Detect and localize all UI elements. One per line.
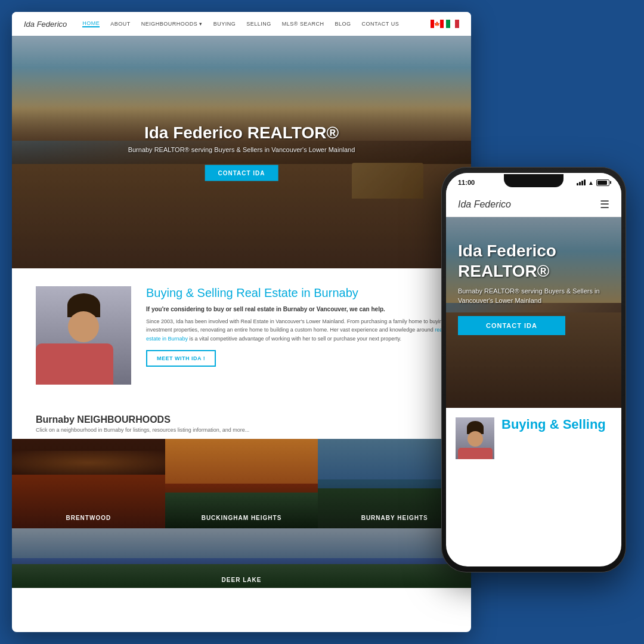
nav-mls[interactable]: MLS® SEARCH bbox=[282, 21, 324, 27]
neighbourhood-brentwood[interactable]: BRENTWOOD bbox=[12, 439, 165, 528]
neighbourhoods-subtitle: Click on a neighbourhood in Burnaby for … bbox=[36, 427, 447, 433]
flag-italy bbox=[446, 20, 459, 28]
phone-hero-subtitle: Burnaby REALTOR® serving Buyers & Seller… bbox=[458, 287, 609, 305]
neighbourhood-label-brentwood: BRENTWOOD bbox=[12, 515, 165, 521]
desktop-hero-content: Ida Federico REALTOR® Burnaby REALTOR® s… bbox=[128, 123, 355, 181]
desktop-hero-subtitle: Burnaby REALTOR® serving Buyers & Seller… bbox=[128, 146, 355, 153]
meet-with-ida-button[interactable]: MEET WITH IDA ! bbox=[146, 350, 216, 367]
wifi-icon: ▲ bbox=[588, 179, 594, 186]
nav-home[interactable]: HOME bbox=[82, 20, 100, 27]
desktop-hero: Ida Federico REALTOR® Burnaby REALTOR® s… bbox=[12, 36, 471, 268]
neighbourhood-deer-lake[interactable]: DEER LAKE bbox=[12, 528, 471, 588]
agent-photo bbox=[36, 286, 131, 385]
phone-content-section: Buying & Selling bbox=[446, 408, 621, 469]
nav-blog[interactable]: BLOG bbox=[335, 21, 351, 27]
nav-buying[interactable]: BUYING bbox=[213, 21, 236, 27]
desktop-nav: Ida Federico HOME ABOUT NEIGHBOURHOODS ▾… bbox=[12, 12, 471, 36]
phone-hero: Ida Federico REALTOR® Burnaby REALTOR® s… bbox=[446, 217, 621, 408]
desktop-hero-cta-button[interactable]: CONTACT IDA bbox=[205, 165, 278, 181]
signal-bars-icon bbox=[577, 179, 586, 185]
phone-status-icons: ▲ bbox=[577, 179, 609, 186]
svg-rect-6 bbox=[455, 20, 459, 28]
desktop-logo[interactable]: Ida Federico bbox=[24, 20, 67, 29]
nav-contact[interactable]: CONTACT US bbox=[362, 21, 400, 27]
neighbourhood-buckingham[interactable]: BUCKINGHAM HEIGHTS bbox=[165, 439, 318, 528]
neighbourhoods-section: Burnaby NEIGHBOURHOODS Click on a neighb… bbox=[12, 402, 471, 439]
svg-rect-2 bbox=[440, 20, 444, 28]
phone-content-heading: Buying & Selling bbox=[501, 417, 612, 432]
neighbourhoods-title-bold: NEIGHBOURHOODS bbox=[77, 414, 170, 425]
nav-about[interactable]: ABOUT bbox=[110, 21, 131, 27]
content-text: Buying & Selling Real Estate in Burnaby … bbox=[146, 286, 447, 385]
neighbourhood-grid-bottom: DEER LAKE bbox=[12, 528, 471, 588]
content-heading: Buying & Selling Real Estate in Burnaby bbox=[146, 286, 447, 300]
phone-menu-icon[interactable]: ☰ bbox=[600, 198, 609, 211]
phone-logo[interactable]: Ida Federico bbox=[458, 199, 511, 210]
phone-nav: Ida Federico ☰ bbox=[446, 192, 621, 217]
svg-text:🍁: 🍁 bbox=[434, 21, 440, 27]
phone-notch bbox=[504, 174, 564, 187]
svg-rect-4 bbox=[446, 20, 450, 28]
phone-agent-photo bbox=[456, 417, 494, 459]
nav-selling[interactable]: SELLING bbox=[246, 21, 271, 27]
neighbourhood-label-deer-lake: DEER LAKE bbox=[12, 577, 471, 583]
phone-screen: 11:00 ▲ Ida Federico ☰ bbox=[446, 173, 621, 566]
content-para: Since 2003, Ida has been involved with R… bbox=[146, 317, 447, 343]
battery-icon bbox=[596, 179, 609, 186]
phone-hero-content: Ida Federico REALTOR® Burnaby REALTOR® s… bbox=[458, 241, 609, 335]
flag-icons: 🍁 bbox=[431, 20, 459, 28]
desktop-content-section: Buying & Selling Real Estate in Burnaby … bbox=[12, 268, 471, 402]
phone-time: 11:00 bbox=[458, 179, 475, 186]
nav-neighbourhoods[interactable]: NEIGHBOURHOODS ▾ bbox=[141, 21, 203, 27]
desktop-screenshot: Ida Federico HOME ABOUT NEIGHBOURHOODS ▾… bbox=[12, 12, 471, 632]
neighbourhoods-title: Burnaby NEIGHBOURHOODS bbox=[36, 414, 447, 425]
svg-rect-5 bbox=[450, 20, 455, 28]
mobile-phone: 11:00 ▲ Ida Federico ☰ bbox=[441, 167, 626, 572]
phone-content-text: Buying & Selling bbox=[501, 417, 612, 432]
neighbourhood-label-buckingham: BUCKINGHAM HEIGHTS bbox=[165, 515, 318, 521]
phone-hero-cta-button[interactable]: CONTACT IDA bbox=[458, 316, 565, 335]
content-link[interactable]: real estate in Burnaby bbox=[146, 327, 444, 341]
content-bold: If you're considering to buy or sell rea… bbox=[146, 306, 447, 312]
desktop-hero-title: Ida Federico REALTOR® bbox=[128, 123, 355, 143]
neighbourhood-grid-top: BRENTWOOD BUCKINGHAM HEIGHTS BURNABY HEI… bbox=[12, 439, 471, 528]
phone-hero-title: Ida Federico REALTOR® bbox=[458, 241, 609, 281]
flag-canada: 🍁 bbox=[431, 20, 444, 28]
